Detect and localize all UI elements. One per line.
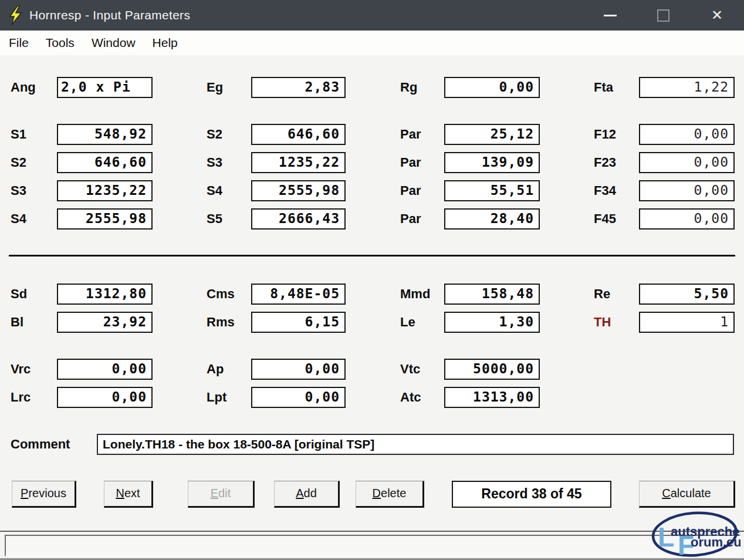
rms-label: Rms	[207, 312, 235, 333]
s2-field[interactable]: 646,60	[57, 152, 153, 173]
s1-label: S1	[11, 124, 26, 145]
title-bar: Hornresp - Input Parameters ✕	[0, 0, 744, 31]
par45-field[interactable]: 28,40	[444, 208, 540, 230]
hornresp-window: { "titlebar": { "title": "Hornresp - Inp…	[0, 0, 744, 560]
status-bar	[5, 535, 740, 556]
le-field[interactable]: 1,30	[444, 312, 540, 333]
menu-tools[interactable]: Tools	[46, 36, 75, 50]
re-field[interactable]: 5,50	[639, 284, 735, 305]
f23-label: F23	[594, 152, 616, 173]
rg-field[interactable]: 0,00	[444, 77, 540, 98]
minimize-button[interactable]	[596, 0, 624, 31]
s4-label: S4	[11, 208, 26, 230]
fta-label: Fta	[594, 77, 613, 98]
edit-button[interactable]: Edit	[188, 481, 255, 508]
ang-label: Ang	[11, 77, 36, 98]
par12-field[interactable]: 25,12	[444, 124, 540, 145]
mmd-field[interactable]: 158,48	[444, 284, 540, 305]
s5-field[interactable]: 2666,43	[251, 208, 346, 230]
par12-label: Par	[400, 124, 421, 145]
s3b-field[interactable]: 1235,22	[251, 152, 346, 173]
s4b-label: S4	[207, 180, 222, 201]
add-button[interactable]: Add	[274, 481, 340, 508]
s3-field[interactable]: 1235,22	[57, 180, 153, 201]
comment-field[interactable]: Lonely.TH18 - the box 18-500-8A [origina…	[97, 434, 734, 455]
re-label: Re	[594, 284, 610, 305]
menu-bar: File Tools Window Help	[0, 31, 744, 55]
bl-field[interactable]: 23,92	[57, 312, 153, 333]
par23-label: Par	[400, 152, 421, 173]
add-button-label: Add	[296, 487, 317, 500]
s4b-field[interactable]: 2555,98	[251, 180, 346, 201]
s4-field[interactable]: 2555,98	[57, 208, 153, 230]
bl-label: Bl	[11, 312, 23, 333]
s3-label: S3	[11, 180, 26, 201]
par34-field[interactable]: 55,51	[444, 180, 540, 201]
vtc-field[interactable]: 5000,00	[444, 359, 540, 380]
sd-field[interactable]: 1312,80	[57, 284, 153, 305]
par45-label: Par	[400, 208, 421, 230]
le-label: Le	[400, 312, 415, 333]
delete-button-label: Delete	[373, 487, 407, 500]
menu-file[interactable]: File	[9, 36, 29, 50]
eg-label: Eg	[207, 77, 223, 98]
ap-label: Ap	[207, 359, 224, 380]
section-divider	[9, 255, 735, 257]
f34-field[interactable]: 0,00	[639, 180, 735, 201]
menu-window[interactable]: Window	[92, 36, 136, 50]
s2b-field[interactable]: 646,60	[251, 124, 346, 145]
s3b-label: S3	[207, 152, 222, 173]
rms-field[interactable]: 6,15	[251, 312, 346, 333]
atc-field[interactable]: 1313,00	[444, 387, 540, 408]
next-button-label: Next	[116, 487, 140, 500]
atc-label: Atc	[400, 387, 421, 408]
s1-field[interactable]: 548,92	[57, 124, 153, 145]
next-button[interactable]: Next	[104, 481, 153, 508]
record-indicator: Record 38 of 45	[452, 481, 611, 508]
fta-field[interactable]: 1,22	[639, 77, 735, 98]
edit-button-label: Edit	[211, 487, 231, 500]
vrc-label: Vrc	[11, 359, 31, 380]
menu-help[interactable]: Help	[153, 36, 178, 50]
lpt-field[interactable]: 0,00	[251, 387, 346, 408]
sd-label: Sd	[11, 284, 27, 305]
f12-field[interactable]: 0,00	[639, 124, 735, 145]
previous-button[interactable]: Previous	[12, 481, 76, 508]
previous-button-label: Previous	[21, 487, 66, 500]
ap-field[interactable]: 0,00	[251, 359, 346, 380]
par23-field[interactable]: 139,09	[444, 152, 540, 173]
window-title: Hornresp - Input Parameters	[29, 0, 190, 31]
f12-label: F12	[594, 124, 616, 145]
close-button[interactable]: ✕	[703, 0, 731, 31]
par34-label: Par	[400, 180, 421, 201]
f23-field[interactable]: 0,00	[639, 152, 735, 173]
mmd-label: Mmd	[400, 284, 430, 305]
vtc-label: Vtc	[400, 359, 420, 380]
cms-field[interactable]: 8,48E-05	[251, 284, 346, 305]
maximize-icon	[657, 9, 669, 22]
f45-field[interactable]: 0,00	[639, 208, 735, 230]
delete-button[interactable]: Delete	[356, 481, 424, 508]
lpt-label: Lpt	[207, 387, 226, 408]
s2b-label: S2	[207, 124, 222, 145]
calculate-button[interactable]: Calculate	[639, 481, 735, 508]
status-separator-line	[0, 531, 744, 532]
cms-label: Cms	[207, 284, 235, 305]
minimize-icon	[604, 15, 617, 16]
vrc-field[interactable]: 0,00	[57, 359, 153, 380]
th-label: TH	[594, 312, 611, 333]
maximize-button[interactable]	[649, 0, 677, 31]
th-field[interactable]: 1	[639, 312, 735, 333]
comment-label: Comment	[11, 434, 70, 454]
calculate-button-label: Calculate	[662, 487, 711, 500]
lautsprecher-forum-logo: L autsprecher F orum.eu	[651, 511, 740, 559]
close-icon: ✕	[711, 0, 723, 31]
lrc-field[interactable]: 0,00	[57, 387, 153, 408]
f34-label: F34	[594, 180, 616, 201]
ang-field[interactable]: 2,0 x Pi	[57, 77, 153, 98]
eg-field[interactable]: 2,83	[251, 77, 346, 98]
logo-word2: orum.eu	[691, 535, 740, 549]
s2-label: S2	[11, 152, 26, 173]
rg-label: Rg	[400, 77, 417, 98]
lightning-bolt-icon	[7, 5, 23, 25]
